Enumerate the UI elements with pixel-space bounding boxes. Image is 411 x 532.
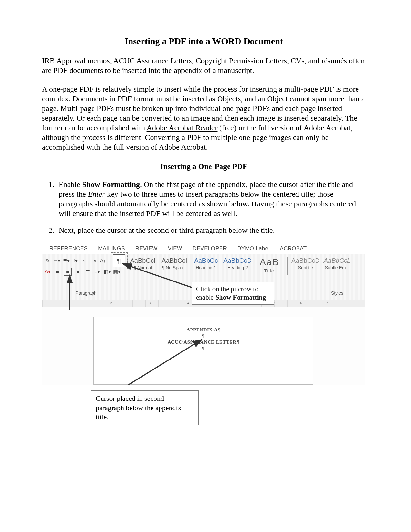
format-painter-icon[interactable]: ✎	[44, 257, 51, 264]
justify-icon[interactable]: ≣	[84, 268, 91, 275]
style-subtitle[interactable]: AaBbCcD Subtitle	[291, 257, 320, 271]
align-right-icon[interactable]: ≡	[74, 268, 82, 275]
section-heading: Inserting a One-Page PDF	[42, 162, 366, 171]
callout-pilcrow: Click on the pilcrow to enable Show Form…	[192, 282, 274, 305]
multilevel-icon[interactable]: ⁝▾	[72, 257, 79, 264]
tab-references[interactable]: REFERENCES	[49, 245, 88, 252]
text-cursor	[205, 346, 205, 351]
step-2: Next, place the cursor at the second or …	[56, 225, 366, 235]
pilcrow-button[interactable]: ¶	[113, 254, 125, 267]
line-spacing-icon[interactable]: ↕▾	[94, 268, 101, 275]
style-heading2[interactable]: AaBbCcD Heading 2	[223, 257, 252, 271]
document-page-preview: APPENDIX·A¶ ¶ ACUC·ASSURANCE·LETTER¶ ¶	[93, 317, 313, 385]
tab-view[interactable]: VIEW	[168, 245, 182, 252]
sort-icon[interactable]: A↓	[100, 257, 106, 264]
acuc-line: ACUC·ASSURANCE·LETTER¶	[100, 339, 307, 345]
style-normal[interactable]: AaBbCcI ¶ Normal	[128, 257, 158, 271]
callout2-container: Cursor placed in second paragraph below …	[42, 385, 364, 420]
style-title[interactable]: AaB Title	[254, 257, 284, 274]
blank-para-1: ¶	[100, 333, 307, 339]
group-label-paragraph: Paragraph	[44, 290, 128, 296]
blank-para-2: ¶	[100, 345, 307, 351]
tab-dymo-label[interactable]: DYMO Label	[237, 245, 269, 252]
tab-review[interactable]: REVIEW	[135, 245, 158, 252]
step-1: Enable Show Formatting. On the first pag…	[56, 180, 366, 218]
numbering-icon[interactable]: ≣▾	[63, 257, 70, 264]
word-screenshot: REFERENCES MAILINGS REVIEW VIEW DEVELOPE…	[42, 242, 365, 385]
paragraph-group: ✎ ☰▾ ≣▾ ⁝▾ ⇤ ⇥ A↓ ¶ A▾ ≡ ≡ ≡ ≣	[44, 256, 128, 288]
enter-key-label: Enter	[88, 190, 105, 198]
bullets-icon[interactable]: ☰▾	[53, 257, 60, 264]
document-area: APPENDIX·A¶ ¶ ACUC·ASSURANCE·LETTER¶ ¶	[42, 307, 365, 385]
style-separator	[287, 257, 288, 275]
increase-indent-icon[interactable]: ⇥	[91, 257, 97, 264]
decrease-indent-icon[interactable]: ⇤	[81, 257, 88, 264]
align-center-icon[interactable]: ≡	[64, 268, 72, 276]
show-formatting-label: Show Formatting	[82, 180, 140, 189]
align-left-icon[interactable]: ≡	[54, 268, 61, 275]
page-title: Inserting a PDF into a WORD Document	[42, 35, 366, 47]
adobe-reader-link[interactable]: Adobe Acrobat Reader	[147, 123, 218, 132]
font-color-icon[interactable]: A▾	[44, 268, 51, 275]
appendix-line: APPENDIX·A¶	[100, 327, 307, 333]
style-no-spacing[interactable]: AaBbCcI ¶ No Spac...	[160, 257, 189, 271]
tab-developer[interactable]: DEVELOPER	[192, 245, 227, 252]
tab-mailings[interactable]: MAILINGS	[98, 245, 125, 252]
intro-paragraph-1: IRB Approval memos, ACUC Assurance Lette…	[42, 56, 366, 75]
callout-cursor: Cursor placed in second paragraph below …	[91, 390, 199, 425]
borders-icon[interactable]: ▦▾	[113, 268, 120, 275]
numbered-steps: Enable Show Formatting. On the first pag…	[42, 180, 366, 235]
ribbon-tabs: REFERENCES MAILINGS REVIEW VIEW DEVELOPE…	[42, 242, 365, 254]
shading-icon[interactable]: ◧▾	[103, 268, 111, 275]
intro-paragraph-2: A one-page PDF is relatively simple to i…	[42, 84, 366, 152]
tab-acrobat[interactable]: ACROBAT	[280, 245, 307, 252]
style-heading1[interactable]: AaBbCc Heading 1	[191, 257, 221, 271]
document-page: Inserting a PDF into a WORD Document IRB…	[0, 0, 411, 532]
style-subtle-em[interactable]: AaBbCcL Subtle Em...	[322, 257, 352, 271]
